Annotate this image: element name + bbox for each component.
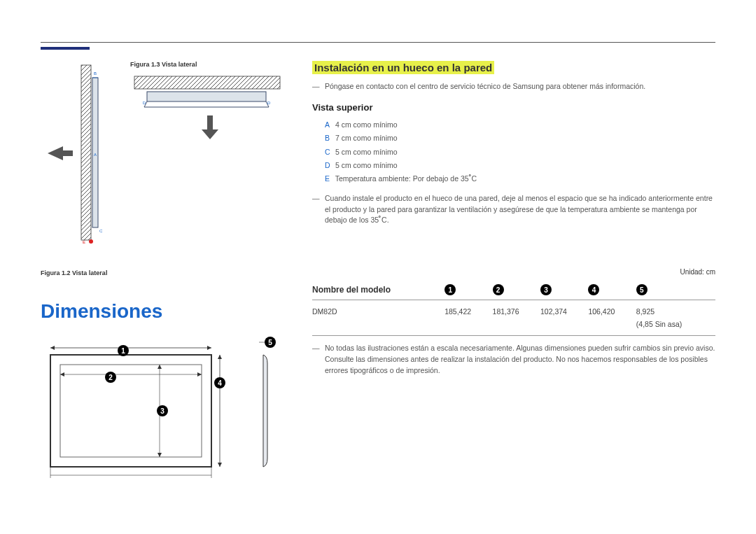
clearance-text: 5 cm como mínimo xyxy=(335,161,398,169)
svg-rect-10 xyxy=(147,92,266,101)
cell-model: DM82D xyxy=(312,300,444,336)
svg-marker-23 xyxy=(197,372,202,377)
cell-1: 185,422 xyxy=(444,300,492,336)
svg-marker-18 xyxy=(207,346,211,350)
svg-text:C: C xyxy=(99,229,103,233)
page-root: B A C E Figura 1.2 Vista lateral Figura xyxy=(0,0,756,520)
clearance-list: A 4 cm como mínimo B 7 cm como mínimo C … xyxy=(312,118,715,186)
circled-5-icon: 5 xyxy=(636,284,648,295)
content-columns: B A C E Figura 1.2 Vista lateral Figura xyxy=(41,61,715,492)
svg-text:A: A xyxy=(94,153,97,157)
top-rule xyxy=(41,42,715,43)
install-heading: Instalación en un hueco en la pared xyxy=(312,61,494,74)
svg-rect-9 xyxy=(134,76,280,89)
circled-1-icon: 1 xyxy=(444,284,456,295)
clearance-label: C xyxy=(325,146,333,159)
clearance-item: D 5 cm como mínimo xyxy=(325,159,715,172)
clearance-label: D xyxy=(325,159,333,172)
dimensions-table: Nombre del modelo 1 2 3 4 5 DM82D 185,42… xyxy=(312,280,715,336)
clearance-label: E xyxy=(325,172,333,185)
clearance-label: B xyxy=(325,132,333,145)
install-contact-note: Póngase en contacto con el centro de ser… xyxy=(312,81,715,92)
circled-2-icon: 2 xyxy=(493,284,504,295)
svg-marker-27 xyxy=(158,365,162,369)
svg-marker-22 xyxy=(60,372,64,377)
svg-text:E: E xyxy=(83,240,85,244)
figure-caption-top: Figura 1.3 Vista lateral xyxy=(130,61,284,68)
col-1: 1 xyxy=(444,280,492,300)
col-4: 4 xyxy=(588,280,636,300)
svg-text:4: 4 xyxy=(218,379,222,387)
figure-side-lateral: B A C E Figura 1.2 Vista lateral xyxy=(41,61,125,276)
clearance-text: 4 cm como mínimo xyxy=(335,120,398,129)
install-warning-note: Cuando instale el producto en el hueco d… xyxy=(312,193,715,226)
svg-marker-2 xyxy=(48,146,73,160)
svg-text:B: B xyxy=(94,71,97,76)
diagram-side-lateral: B A C E xyxy=(41,61,125,264)
cell-5: 8,925 (4,85 Sin asa) xyxy=(636,300,715,336)
circled-4-icon: 4 xyxy=(588,284,599,295)
svg-marker-13 xyxy=(202,115,218,139)
cell-4: 106,420 xyxy=(588,300,636,336)
col-2: 2 xyxy=(493,280,540,300)
figure-top-lateral: Figura 1.3 Vista lateral D D xyxy=(130,61,284,276)
cell-5-line2: (4,85 Sin asa) xyxy=(636,320,713,328)
clearance-text: 5 cm como mínimo xyxy=(335,148,398,156)
unit-label: Unidad: cm xyxy=(312,268,715,276)
svg-text:3: 3 xyxy=(160,407,164,415)
svg-text:2: 2 xyxy=(108,374,113,381)
dimensions-table-wrap: Unidad: cm Nombre del modelo 1 2 3 4 5 xyxy=(312,268,715,376)
svg-text:1: 1 xyxy=(121,347,125,355)
svg-marker-17 xyxy=(50,346,55,350)
svg-rect-0 xyxy=(81,65,91,240)
svg-text:D: D xyxy=(267,101,271,105)
svg-rect-15 xyxy=(60,365,202,457)
dimensions-heading: Dimensiones xyxy=(41,300,293,323)
clearance-text: Temperatura ambiente: Por debajo de 35 ̊… xyxy=(335,174,477,183)
svg-text:D: D xyxy=(143,101,146,105)
col-model-name: Nombre del modelo xyxy=(312,280,444,300)
clearance-item: A 4 cm como mínimo xyxy=(325,118,715,132)
table-row: DM82D 185,422 181,376 102,374 106,420 8,… xyxy=(312,300,715,336)
clearance-item: C 5 cm como mínimo xyxy=(325,146,715,159)
dimensions-footnote: No todas las ilustraciones están a escal… xyxy=(312,343,715,376)
right-column: Instalación en un hueco en la pared Póng… xyxy=(307,61,715,492)
svg-rect-14 xyxy=(50,355,211,467)
figure-caption-side: Figura 1.2 Vista lateral xyxy=(41,269,125,276)
figure-front-diagram: 1 2 3 4 xyxy=(41,335,293,492)
clearance-label: A xyxy=(325,118,333,132)
svg-point-7 xyxy=(89,239,93,244)
clearance-text: 7 cm como mínimo xyxy=(335,134,398,142)
cell-3: 102,374 xyxy=(540,300,588,336)
svg-marker-28 xyxy=(158,453,162,457)
clearance-item: B 7 cm como mínimo xyxy=(325,132,715,145)
cell-5-line1: 8,925 xyxy=(636,307,713,316)
svg-text:5: 5 xyxy=(268,339,272,346)
vista-superior-heading: Vista superior xyxy=(312,102,715,113)
svg-marker-32 xyxy=(218,355,222,359)
cell-2: 181,376 xyxy=(493,300,540,336)
diagram-front-side: 1 2 3 4 xyxy=(41,335,293,489)
circled-3-icon: 3 xyxy=(540,284,552,295)
col-5: 5 xyxy=(636,280,715,300)
clearance-item: E Temperatura ambiente: Por debajo de 35… xyxy=(325,172,715,185)
svg-marker-33 xyxy=(218,463,222,467)
figure-row: B A C E Figura 1.2 Vista lateral Figura xyxy=(41,61,293,276)
diagram-top-lateral: D D xyxy=(130,72,284,149)
top-accent-bar xyxy=(41,47,90,50)
col-3: 3 xyxy=(540,280,588,300)
left-column: B A C E Figura 1.2 Vista lateral Figura xyxy=(41,61,307,492)
